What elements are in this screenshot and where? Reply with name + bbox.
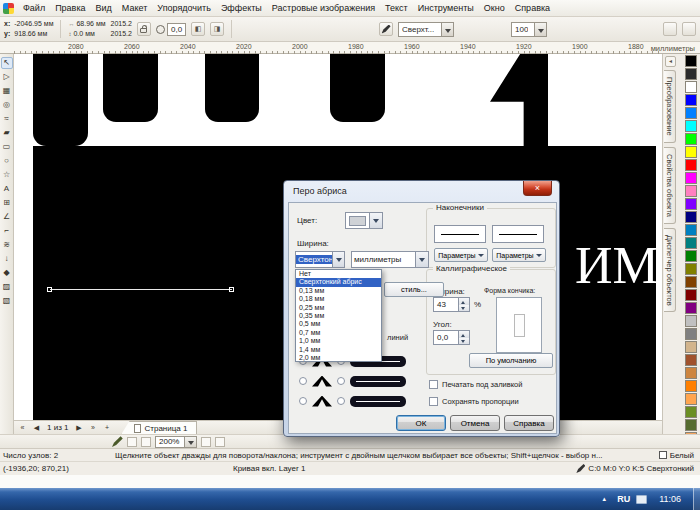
print-under-fill-checkbox[interactable]: Печатать под заливкой xyxy=(429,380,522,389)
palette-color[interactable] xyxy=(685,354,697,366)
palette-color[interactable] xyxy=(685,159,697,171)
width-option[interactable]: 0,25 мм xyxy=(296,304,381,312)
tip-shape-preview[interactable] xyxy=(496,297,542,353)
zoom-tool-icon[interactable]: ◎ xyxy=(1,99,13,111)
blend-tool-icon[interactable]: ≋ xyxy=(1,239,13,251)
palette-color[interactable] xyxy=(685,289,697,301)
spinner-buttons[interactable] xyxy=(458,298,469,311)
width-option[interactable]: 0,5 мм xyxy=(296,320,381,328)
palette-color[interactable] xyxy=(685,315,697,327)
last-page-button[interactable]: » xyxy=(87,424,98,431)
palette-color[interactable] xyxy=(685,367,697,379)
first-page-button[interactable]: « xyxy=(17,424,28,431)
spinner-buttons[interactable] xyxy=(458,331,469,344)
width-option[interactable]: 0,7 мм xyxy=(296,329,381,337)
x-value[interactable]: -2046.95 мм xyxy=(14,19,53,29)
outline-pen-tool-icon[interactable]: ◆ xyxy=(1,267,13,279)
edit-style-button[interactable]: стиль... xyxy=(384,282,444,297)
palette-color[interactable] xyxy=(685,68,697,80)
drawing-shape[interactable] xyxy=(33,54,88,146)
mirror-vertical-button[interactable]: ◨ xyxy=(210,22,224,36)
keep-proportions-checkbox[interactable]: Сохранять пропорции xyxy=(429,397,519,406)
palette-color[interactable] xyxy=(685,146,697,158)
palette-color[interactable] xyxy=(685,198,697,210)
palette-color[interactable] xyxy=(685,94,697,106)
keyboard-tray-icon[interactable] xyxy=(636,495,647,504)
menu-item[interactable]: Растровые изображения xyxy=(267,1,380,15)
toolbar-icon[interactable] xyxy=(215,437,225,447)
menu-item[interactable]: Эффекты xyxy=(216,1,267,15)
drawing-shape[interactable] xyxy=(330,54,385,122)
height-value[interactable]: 0.0 мм xyxy=(73,29,94,39)
palette-color[interactable] xyxy=(685,133,697,145)
shape-tool-icon[interactable]: ▷ xyxy=(1,71,13,83)
collapse-dockers-button[interactable]: ◂ xyxy=(665,56,676,67)
pencil-icon[interactable] xyxy=(112,436,123,447)
text-tool-icon[interactable]: А xyxy=(1,183,13,195)
rotation-angle-value[interactable]: 0,0 xyxy=(167,23,186,36)
palette-color[interactable] xyxy=(685,185,697,197)
end-arrowhead-selector[interactable] xyxy=(492,225,544,243)
width-option[interactable]: 0,18 мм xyxy=(296,295,381,303)
palette-color[interactable] xyxy=(685,224,697,236)
show-hidden-icons-button[interactable]: ▴ xyxy=(597,495,611,503)
close-icon[interactable]: × xyxy=(523,181,552,196)
toolbar-icon[interactable] xyxy=(141,437,151,447)
table-tool-icon[interactable]: ⊞ xyxy=(1,197,13,209)
width-option[interactable]: 0,13 мм xyxy=(296,287,381,295)
width-option[interactable]: 1,4 мм xyxy=(296,346,381,354)
canvas-text-object[interactable]: ИМ xyxy=(575,240,659,292)
mirror-horizontal-button[interactable]: ◧ xyxy=(191,22,205,36)
toolbar-icon[interactable] xyxy=(682,22,696,36)
outline-width-dropdown[interactable]: Сверхт... xyxy=(398,22,454,37)
curve-node[interactable] xyxy=(47,287,52,292)
scale-x-value[interactable]: 2015.2 xyxy=(111,19,132,29)
outline-width-combo[interactable]: Сверхтон xyxy=(295,251,345,268)
drawing-shape[interactable] xyxy=(205,54,259,122)
help-button[interactable]: Справка xyxy=(504,415,554,431)
ok-button[interactable]: ОК xyxy=(396,415,446,431)
palette-color[interactable] xyxy=(685,341,697,353)
drawing-shape[interactable] xyxy=(103,54,158,122)
start-arrowhead-selector[interactable] xyxy=(434,225,486,243)
palette-color[interactable] xyxy=(685,263,697,275)
menu-item[interactable]: Макет xyxy=(117,1,152,15)
drawing-shape-numeral[interactable] xyxy=(490,54,548,146)
toolbar-icon[interactable] xyxy=(127,437,137,447)
cap-radio[interactable] xyxy=(337,377,345,385)
arrowhead-options-button[interactable]: Параметры xyxy=(492,248,546,262)
palette-color[interactable] xyxy=(685,406,697,418)
width-option[interactable]: Нет xyxy=(296,270,381,278)
toolbar-icon[interactable] xyxy=(663,22,677,36)
docker-tab[interactable]: Свойства объекта xyxy=(664,147,676,224)
ellipse-tool-icon[interactable]: ○ xyxy=(1,155,13,167)
arrowhead-options-button[interactable]: Параметры xyxy=(434,248,488,262)
y-value[interactable]: 918.66 мм xyxy=(14,29,47,39)
docker-tab[interactable]: Диспетчер объектов xyxy=(664,228,676,313)
palette-color[interactable] xyxy=(685,328,697,340)
menu-item[interactable]: Окно xyxy=(479,1,510,15)
toolbar-icon[interactable] xyxy=(201,437,211,447)
prev-page-button[interactable]: ◀ xyxy=(31,424,42,432)
menu-item[interactable]: Файл xyxy=(18,1,50,15)
width-option[interactable]: 0,35 мм xyxy=(296,312,381,320)
selected-curve[interactable] xyxy=(50,289,232,290)
curve-node[interactable] xyxy=(229,287,234,292)
corner-radio[interactable] xyxy=(299,397,307,405)
outline-color-dropdown[interactable] xyxy=(345,212,383,229)
language-indicator[interactable]: RU xyxy=(617,494,630,504)
pick-tool-icon[interactable]: ↖ xyxy=(1,57,13,69)
width-value[interactable]: 68.96 мм xyxy=(76,19,105,29)
lock-ratio-button[interactable] xyxy=(137,22,151,36)
menu-item[interactable]: Правка xyxy=(50,1,90,15)
cap-radio[interactable] xyxy=(337,397,345,405)
dimension-tool-icon[interactable]: ∠ xyxy=(1,211,13,223)
crop-tool-icon[interactable]: ▦ xyxy=(1,85,13,97)
units-combo[interactable]: миллиметры xyxy=(351,251,429,268)
width-option[interactable]: Сверхтонкий абрис xyxy=(296,278,381,286)
fill-tool-icon[interactable]: ▨ xyxy=(1,281,13,293)
next-page-button[interactable]: ▶ xyxy=(73,424,84,432)
palette-color[interactable] xyxy=(685,380,697,392)
scale-y-value[interactable]: 2015.2 xyxy=(111,29,132,39)
menu-item[interactable]: Упорядочить xyxy=(152,1,216,15)
